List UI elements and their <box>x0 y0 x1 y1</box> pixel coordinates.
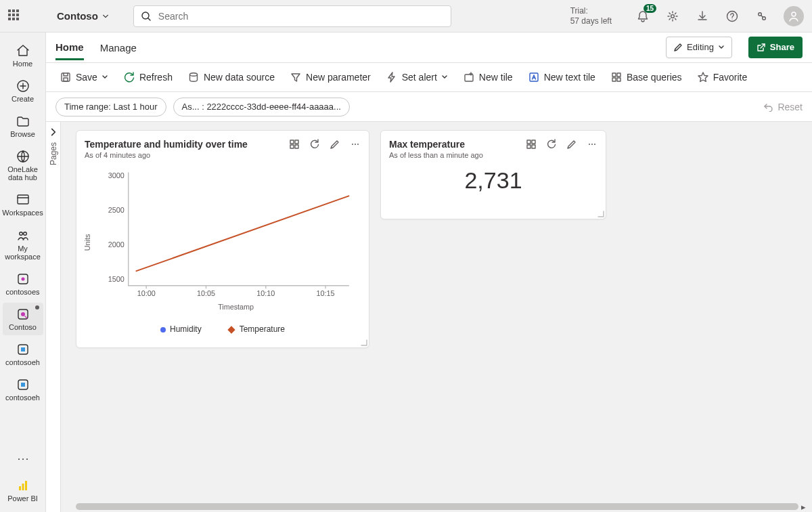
tile-chart[interactable]: Temperature and humidity over time As of… <box>76 130 369 348</box>
notification-badge: 15 <box>644 4 656 13</box>
ytick-2500: 2500 <box>108 206 125 214</box>
rail-create[interactable]: Create <box>3 74 43 107</box>
rail-more-button[interactable]: ⋯ <box>12 446 35 471</box>
share-button[interactable]: Share <box>748 37 803 58</box>
svg-rect-35 <box>295 145 298 148</box>
notifications-button[interactable]: 15 <box>635 8 651 24</box>
reset-button[interactable]: Reset <box>764 102 803 112</box>
rail-onelake[interactable]: OneLake data hub <box>3 145 43 186</box>
cmd-favorite[interactable]: Favorite <box>690 67 754 87</box>
svg-rect-48 <box>532 145 535 148</box>
rail-my-workspace[interactable]: My workspace <box>3 224 43 265</box>
filter-icon <box>290 71 302 83</box>
rail-contosoeh-1[interactable]: contosoeh <box>3 338 43 370</box>
download-button[interactable] <box>694 8 710 24</box>
cmd-new-text-tile[interactable]: New text tile <box>521 67 602 87</box>
help-button[interactable] <box>724 8 740 24</box>
resize-handle-icon[interactable] <box>361 339 367 346</box>
rail-powerbi[interactable]: Power BI <box>3 474 43 507</box>
rail-contoso[interactable]: Contoso <box>3 303 43 335</box>
cmd-new-tile[interactable]: New tile <box>456 67 520 87</box>
feedback-button[interactable] <box>754 8 770 24</box>
svg-point-51 <box>594 144 595 145</box>
svg-rect-33 <box>295 140 298 144</box>
cmd-refresh[interactable]: Refresh <box>116 67 179 87</box>
svg-point-10 <box>19 232 22 235</box>
editing-mode-button[interactable]: Editing <box>666 37 732 58</box>
pencil-icon <box>673 43 683 52</box>
chart-legend: Humidity Temperature <box>83 320 362 335</box>
rail-contosoes[interactable]: contosoes <box>3 268 43 300</box>
tile2-edit-icon[interactable] <box>566 139 577 150</box>
settings-button[interactable] <box>664 8 681 24</box>
nav-rail: Home Create Browse OneLake data hub Work… <box>0 33 46 512</box>
tile2-explore-icon[interactable] <box>526 139 537 150</box>
svg-point-38 <box>357 144 359 145</box>
workspace-picker[interactable]: Contoso <box>57 10 109 22</box>
scrollbar-thumb[interactable] <box>76 503 798 510</box>
search-box[interactable] <box>133 5 451 27</box>
tile1-edit-icon[interactable] <box>330 139 340 150</box>
dashboard-canvas: Pages Temperature and humidity over time… <box>46 122 812 512</box>
legend-humidity[interactable]: Humidity <box>160 324 202 334</box>
top-bar: Contoso Trial: 57 days left 15 <box>0 0 812 33</box>
tile2-refresh-icon[interactable] <box>546 139 557 150</box>
svg-rect-29 <box>617 73 621 77</box>
tab-home[interactable]: Home <box>55 35 84 60</box>
ytick-1500: 1500 <box>108 275 125 283</box>
chart-ylabel: Units <box>83 234 91 251</box>
app-launcher-icon[interactable] <box>8 9 22 23</box>
share-icon <box>757 43 766 52</box>
svg-point-3 <box>731 18 732 19</box>
cmd-save[interactable]: Save <box>53 67 115 87</box>
command-bar: Save Refresh New data source New paramet… <box>46 62 812 92</box>
pages-panel-collapsed[interactable]: Pages <box>46 122 61 512</box>
chevron-down-icon <box>718 44 725 51</box>
chip-asset[interactable]: As... : 2222cccc-33dd-eeee-ff44-aaaaa... <box>173 98 350 116</box>
tile2-value: 2,731 <box>381 162 606 203</box>
rail-workspaces[interactable]: Workspaces <box>3 188 43 221</box>
tile1-title: Temperature and humidity over time <box>85 139 248 150</box>
chart-xlabel: Timestamp <box>218 303 254 311</box>
legend-temperature[interactable]: Temperature <box>229 324 285 334</box>
svg-rect-19 <box>21 383 25 387</box>
svg-point-1 <box>671 14 675 18</box>
refresh-icon <box>123 71 135 83</box>
chevron-down-icon <box>441 74 448 81</box>
svg-rect-46 <box>532 140 535 144</box>
line-chart: Units 3000 2500 2000 1500 <box>83 165 362 320</box>
tile1-explore-icon[interactable] <box>289 139 300 150</box>
tile1-refresh-icon[interactable] <box>309 139 320 150</box>
search-input[interactable] <box>157 10 444 22</box>
resize-handle-icon[interactable] <box>597 211 604 217</box>
cmd-new-parameter[interactable]: New parameter <box>283 67 378 87</box>
chevron-right-icon <box>49 127 58 137</box>
undo-icon <box>764 102 773 112</box>
tile2-more-icon[interactable] <box>587 139 597 150</box>
tile2-title: Max temperature <box>389 139 483 150</box>
svg-rect-27 <box>530 73 538 81</box>
chip-time-range[interactable]: Time range: Last 1 hour <box>55 98 166 116</box>
svg-rect-45 <box>527 140 531 144</box>
cmd-set-alert[interactable]: Set alert <box>379 67 455 87</box>
tile-stat[interactable]: Max temperature As of less than a minute… <box>380 130 606 219</box>
rail-browse[interactable]: Browse <box>3 110 43 142</box>
tile1-subtitle: As of 4 minutes ago <box>85 151 248 159</box>
rail-contosoeh-2[interactable]: contosoeh <box>3 373 43 406</box>
horizontal-scrollbar[interactable]: ▸ <box>76 503 808 511</box>
account-avatar[interactable] <box>784 6 804 26</box>
cmd-base-queries[interactable]: Base queries <box>604 67 689 87</box>
rail-home[interactable]: Home <box>3 39 43 72</box>
parameter-row: Time range: Last 1 hour As... : 2222cccc… <box>46 92 812 122</box>
ytick-2000: 2000 <box>108 240 125 249</box>
svg-point-49 <box>589 144 590 145</box>
tile1-more-icon[interactable] <box>350 139 361 150</box>
main-area: Home Manage Editing Share Save Refresh <box>46 33 812 512</box>
svg-point-6 <box>792 12 796 16</box>
svg-rect-26 <box>465 74 473 81</box>
scroll-right-icon[interactable]: ▸ <box>798 502 808 512</box>
svg-rect-32 <box>290 140 294 144</box>
tab-manage[interactable]: Manage <box>100 35 137 59</box>
svg-rect-22 <box>25 481 27 490</box>
cmd-new-data-source[interactable]: New data source <box>181 67 281 87</box>
